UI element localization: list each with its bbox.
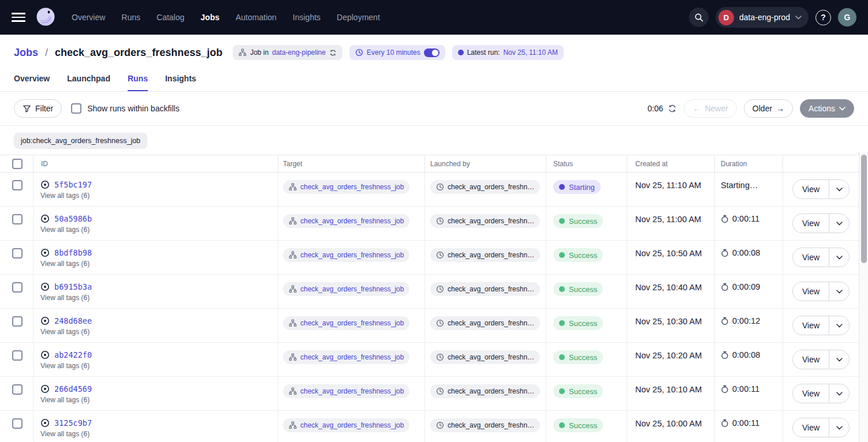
help-button[interactable]: ? <box>815 10 831 25</box>
view-all-tags-link[interactable]: View all tags (6) <box>40 396 90 404</box>
view-run-dropdown-button[interactable] <box>829 418 849 437</box>
launched-by-chip[interactable]: check_avg_orders_freshn… <box>430 214 540 228</box>
target-chip[interactable]: check_avg_orders_freshness_job <box>283 384 409 398</box>
launched-by-label: check_avg_orders_freshn… <box>448 251 534 259</box>
chevron-down-icon <box>836 358 843 362</box>
status-dot-icon <box>559 218 565 224</box>
target-chip[interactable]: check_avg_orders_freshness_job <box>283 350 409 364</box>
launched-by-chip[interactable]: check_avg_orders_freshn… <box>430 248 540 262</box>
chevron-down-icon <box>836 222 843 226</box>
workspace-switcher[interactable]: D data-eng-prod <box>716 7 809 28</box>
view-run-dropdown-button[interactable] <box>829 282 849 301</box>
view-run-button[interactable]: View <box>793 180 829 198</box>
view-run-dropdown-button[interactable] <box>829 180 849 198</box>
status-pill: Success <box>553 248 603 262</box>
nav-item-jobs[interactable]: Jobs <box>200 13 219 22</box>
schedule-toggle[interactable] <box>424 48 439 57</box>
older-button[interactable]: Older → <box>744 99 793 118</box>
refresh-icon[interactable] <box>668 104 677 113</box>
job-filter-tag[interactable]: job:check_avg_orders_freshness_job <box>14 133 147 149</box>
row-checkbox[interactable] <box>12 418 23 429</box>
run-id-link[interactable]: 248d68ee <box>54 316 92 325</box>
table-row: ab2422f0 View all tags (6) check_avg_ord… <box>0 343 859 377</box>
view-all-tags-link[interactable]: View all tags (6) <box>40 430 90 438</box>
newer-button[interactable]: ← Newer <box>684 99 736 118</box>
user-avatar[interactable]: G <box>838 8 856 27</box>
filter-button[interactable]: Filter <box>14 99 62 118</box>
view-run-dropdown-button[interactable] <box>829 248 849 267</box>
run-id-link[interactable]: 5f5bc197 <box>54 180 92 189</box>
launched-by-chip[interactable]: check_avg_orders_freshn… <box>430 180 540 194</box>
target-chip[interactable]: check_avg_orders_freshness_job <box>283 180 409 194</box>
run-id-link[interactable]: b6915b3a <box>54 282 92 291</box>
column-header-duration: Duration <box>715 155 783 172</box>
run-id-link[interactable]: 266d4569 <box>54 384 92 394</box>
view-all-tags-link[interactable]: View all tags (6) <box>40 260 90 268</box>
tab-overview[interactable]: Overview <box>14 69 50 91</box>
row-checkbox[interactable] <box>12 282 23 293</box>
launched-by-label: check_avg_orders_freshn… <box>448 183 534 191</box>
view-all-tags-link[interactable]: View all tags (6) <box>40 328 90 336</box>
run-id-link[interactable]: 50a5986b <box>54 214 92 223</box>
view-run-button[interactable]: View <box>793 214 829 233</box>
status-dot-icon <box>559 184 565 190</box>
status-label: Success <box>569 217 597 226</box>
view-run-button[interactable]: View <box>793 418 829 437</box>
chevron-down-icon <box>836 324 843 328</box>
dagster-logo-icon[interactable] <box>35 6 57 28</box>
view-all-tags-link[interactable]: View all tags (6) <box>40 192 90 200</box>
launched-by-chip[interactable]: check_avg_orders_freshn… <box>430 418 540 432</box>
view-run-dropdown-button[interactable] <box>829 316 849 335</box>
target-chip[interactable]: check_avg_orders_freshness_job <box>283 282 409 296</box>
duration-value: 0:00:11 <box>732 214 759 223</box>
row-checkbox[interactable] <box>12 180 23 190</box>
view-all-tags-link[interactable]: View all tags (6) <box>40 226 90 234</box>
table-scrollbar-track[interactable] <box>859 152 868 442</box>
nav-item-insights[interactable]: Insights <box>293 13 321 22</box>
launched-by-chip[interactable]: check_avg_orders_freshn… <box>430 316 540 330</box>
row-checkbox[interactable] <box>12 248 23 259</box>
nav-item-overview[interactable]: Overview <box>72 13 105 22</box>
view-run-button[interactable]: View <box>793 282 829 301</box>
code-location-link[interactable]: data-eng-pipeline <box>272 48 326 57</box>
tab-runs[interactable]: Runs <box>128 69 148 91</box>
breadcrumb-jobs-link[interactable]: Jobs <box>14 47 38 59</box>
run-id-link[interactable]: ab2422f0 <box>54 350 92 359</box>
nav-item-automation[interactable]: Automation <box>236 13 277 22</box>
run-id-link[interactable]: 8bdf8b98 <box>54 248 92 257</box>
row-checkbox[interactable] <box>12 350 23 361</box>
launched-by-chip[interactable]: check_avg_orders_freshn… <box>430 282 540 296</box>
table-scrollbar-thumb[interactable] <box>861 155 867 263</box>
view-run-dropdown-button[interactable] <box>829 214 849 233</box>
nav-item-catalog[interactable]: Catalog <box>157 13 184 22</box>
show-backfills-checkbox[interactable] <box>71 103 81 114</box>
target-chip[interactable]: check_avg_orders_freshness_job <box>283 418 409 432</box>
target-chip[interactable]: check_avg_orders_freshness_job <box>283 316 409 330</box>
actions-button[interactable]: Actions <box>800 99 854 118</box>
view-run-button[interactable]: View <box>793 316 829 335</box>
view-run-button[interactable]: View <box>793 350 829 369</box>
search-button[interactable] <box>689 8 709 27</box>
tab-insights[interactable]: Insights <box>165 69 196 91</box>
tab-launchpad[interactable]: Launchpad <box>67 69 110 91</box>
latest-run-link[interactable]: Nov 25, 11:10 AM <box>503 48 558 57</box>
view-run-button[interactable]: View <box>793 248 829 267</box>
row-checkbox[interactable] <box>12 316 23 327</box>
nav-item-runs[interactable]: Runs <box>121 13 140 22</box>
view-all-tags-link[interactable]: View all tags (6) <box>40 362 90 370</box>
row-checkbox[interactable] <box>12 214 23 224</box>
view-all-tags-link[interactable]: View all tags (6) <box>40 294 90 302</box>
target-chip[interactable]: check_avg_orders_freshness_job <box>283 214 409 228</box>
launched-by-chip[interactable]: check_avg_orders_freshn… <box>430 384 540 398</box>
view-run-dropdown-button[interactable] <box>829 384 849 403</box>
view-run-button[interactable]: View <box>793 384 829 403</box>
menu-icon[interactable] <box>12 13 25 22</box>
target-chip[interactable]: check_avg_orders_freshness_job <box>283 248 409 262</box>
launched-by-chip[interactable]: check_avg_orders_freshn… <box>430 350 540 364</box>
nav-item-deployment[interactable]: Deployment <box>337 13 380 22</box>
row-checkbox[interactable] <box>12 384 23 395</box>
select-all-checkbox[interactable] <box>12 159 23 169</box>
reload-icon[interactable] <box>329 49 337 57</box>
view-run-dropdown-button[interactable] <box>829 350 849 369</box>
run-id-link[interactable]: 3125c9b7 <box>54 418 92 428</box>
